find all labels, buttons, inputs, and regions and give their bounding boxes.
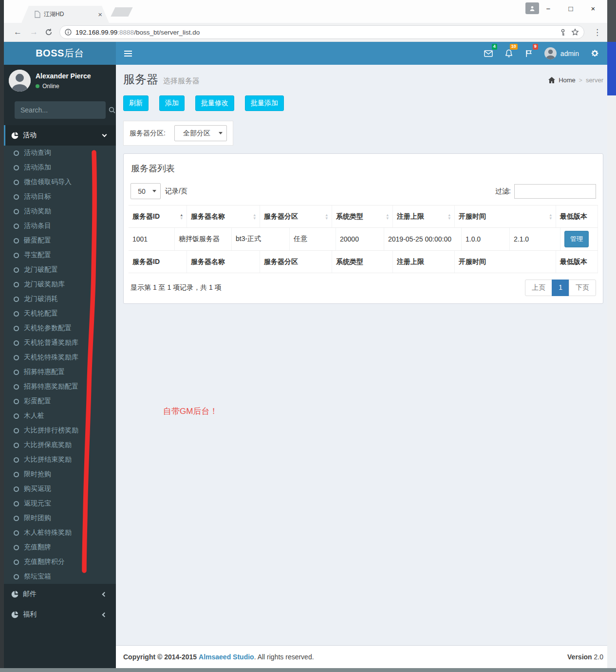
circle-o-icon	[14, 443, 19, 448]
forward-button[interactable]: →	[30, 27, 38, 37]
submenu-item-label: 龙门破奖励库	[24, 280, 65, 289]
cell-version-min: 1.0.0	[462, 228, 510, 250]
password-key-icon[interactable]	[560, 29, 566, 36]
sidebar-submenu-item[interactable]: 返现元宝	[4, 496, 116, 511]
sidebar-submenu-item[interactable]: 大比拼结束奖励	[4, 452, 116, 467]
circle-o-icon	[14, 413, 19, 419]
sidebar-item-mail[interactable]: 邮件	[4, 584, 116, 604]
sidebar-submenu-item[interactable]: 龙门破配置	[4, 262, 116, 277]
partition-select[interactable]: 全部分区	[174, 125, 227, 141]
back-button[interactable]: ←	[14, 27, 22, 37]
submenu-item-label: 活动查询	[24, 149, 51, 157]
sidebar-submenu-item[interactable]: 天机轮普通奖励库	[4, 336, 116, 350]
sidebar-avatar	[9, 70, 31, 92]
browser-menu-icon[interactable]: ⋮	[593, 27, 601, 37]
column-header[interactable]: 最低版本	[556, 205, 598, 227]
sidebar-submenu-item[interactable]: 招募特惠配置	[4, 365, 116, 379]
sidebar-submenu-item[interactable]: 天机轮配置	[4, 306, 116, 321]
person-icon	[529, 5, 536, 12]
new-tab-button[interactable]	[111, 7, 132, 17]
search-icon[interactable]	[109, 107, 115, 113]
info-icon[interactable]	[65, 29, 72, 36]
sidebar-submenu-item[interactable]: 活动添加	[4, 160, 116, 175]
toolbar-button[interactable]: 刷新	[123, 95, 149, 111]
sidebar-submenu-item[interactable]: 木人桩	[4, 409, 116, 423]
column-header[interactable]: 服务器ID▴▾	[129, 205, 187, 227]
tab-close-icon[interactable]: ×	[98, 11, 102, 18]
sidebar-submenu-item[interactable]: 大比拼排行榜奖励	[4, 423, 116, 438]
sidebar-submenu-item[interactable]: 充值翻牌积分	[4, 555, 116, 569]
sidebar-submenu-item[interactable]: 限时抢购	[4, 467, 116, 482]
column-header[interactable]: 注册上限▴▾	[393, 205, 455, 227]
column-header[interactable]: 服务器名称▴▾	[187, 205, 260, 227]
page-size-select[interactable]: 50	[131, 183, 161, 199]
sidebar-item-welfare[interactable]: 福利	[4, 604, 116, 625]
messages-menu[interactable]: 4	[478, 42, 499, 65]
sidebar-search	[15, 101, 106, 119]
minimize-button[interactable]: −	[537, 4, 560, 13]
sidebar-submenu-item[interactable]: 购买返现	[4, 482, 116, 496]
table-row[interactable]: 1001 糖拌饭服务器 bt3-正式 任意 20000 2019-05-25 0…	[129, 228, 598, 251]
column-header[interactable]: 服务器分区▴▾	[260, 205, 332, 227]
table-header-row: 服务器ID▴▾ 服务器名称▴▾ 服务器分区▴▾ 系统类型▴▾ 注册上限▴▾ 开服…	[129, 205, 598, 228]
studio-link[interactable]: Almsaeed Studio	[199, 653, 254, 661]
circle-o-icon	[14, 311, 19, 317]
cell-open-time: 2019-05-25 00:00:00	[384, 228, 462, 250]
user-status[interactable]: Online	[36, 83, 91, 90]
breadcrumb-home[interactable]: Home	[559, 76, 576, 84]
page-title: 服务器	[123, 72, 158, 87]
sidebar-submenu-item[interactable]: 活动条目	[4, 219, 116, 233]
page-1-button[interactable]: 1	[552, 280, 569, 296]
caret-down-icon	[152, 190, 156, 192]
notifications-menu[interactable]: 10	[499, 42, 519, 65]
sidebar-submenu-item[interactable]: 限时团购	[4, 511, 116, 525]
sidebar-submenu-item[interactable]: 招募特惠奖励配置	[4, 379, 116, 394]
prev-page-button[interactable]: 上页	[525, 280, 552, 296]
search-input[interactable]	[20, 106, 109, 114]
app-logo[interactable]: BOSS后台	[4, 42, 116, 65]
close-button[interactable]: ×	[582, 4, 604, 13]
sidebar-toggle-icon[interactable]	[123, 42, 145, 65]
column-header[interactable]: 开服时间▴▾	[455, 205, 556, 227]
sidebar-submenu-item[interactable]: 彩蛋配置	[4, 394, 116, 409]
menu-label: 活动	[23, 131, 37, 140]
sidebar-submenu-item[interactable]: 活动目标	[4, 189, 116, 204]
sidebar-submenu-item[interactable]: 龙门破奖励库	[4, 277, 116, 292]
reload-button[interactable]	[45, 28, 53, 36]
sidebar-submenu-item[interactable]: 天机轮特殊奖励库	[4, 350, 116, 365]
url-bar[interactable]: 192.168.99.99:8888/boss_bt/server_list.d…	[59, 25, 584, 39]
toolbar-button[interactable]: 批量添加	[245, 95, 284, 111]
partition-bar: 服务器分区: 全部分区	[123, 121, 233, 146]
maximize-button[interactable]: □	[560, 4, 582, 13]
column-header[interactable]: 系统类型▴▾	[332, 205, 393, 227]
url-text[interactable]: 192.168.99.99:8888/boss_bt/server_list.d…	[75, 29, 555, 36]
sidebar-item-activity[interactable]: 活动	[4, 125, 116, 146]
screen: 江湖HD × − □ × ← → 192.1	[0, 0, 616, 672]
sidebar-submenu-item[interactable]: 木人桩特殊奖励	[4, 525, 116, 540]
sidebar-submenu-item[interactable]: 活动查询	[4, 146, 116, 160]
sidebar-submenu-item[interactable]: 微信领取码导入	[4, 175, 116, 189]
circle-o-icon	[14, 165, 19, 170]
sidebar-submenu-item[interactable]: 寻宝配置	[4, 248, 116, 262]
tasks-menu[interactable]: 9	[519, 42, 540, 65]
pagination-info: 显示第 1 至 1 项记录，共 1 项	[131, 283, 222, 292]
next-page-button[interactable]: 下页	[569, 280, 596, 296]
sidebar-submenu-item[interactable]: 活动奖励	[4, 204, 116, 219]
manage-button[interactable]: 管理	[564, 231, 589, 247]
user-menu[interactable]: admin	[540, 42, 584, 65]
notifications-badge: 10	[510, 44, 518, 50]
sidebar-submenu-item[interactable]: 祭坛宝箱	[4, 569, 116, 584]
sidebar-submenu-item[interactable]: 充值翻牌	[4, 540, 116, 555]
toolbar-button[interactable]: 添加	[159, 95, 185, 111]
cell-partition: bt3-正式	[232, 228, 290, 250]
sidebar-submenu-item[interactable]: 砸蛋配置	[4, 233, 116, 248]
url-path: /boss_bt/server_list.do	[134, 29, 200, 36]
sidebar-submenu-item[interactable]: 天机轮参数配置	[4, 321, 116, 336]
control-sidebar-toggle[interactable]	[584, 42, 605, 65]
sidebar-submenu-item[interactable]: 龙门破消耗	[4, 292, 116, 306]
bookmark-star-icon[interactable]	[571, 28, 579, 36]
sidebar-submenu-item[interactable]: 大比拼保底奖励	[4, 438, 116, 452]
browser-tab[interactable]: 江湖HD ×	[21, 6, 109, 23]
filter-input[interactable]	[514, 184, 596, 199]
toolbar-button[interactable]: 批量修改	[195, 95, 234, 111]
